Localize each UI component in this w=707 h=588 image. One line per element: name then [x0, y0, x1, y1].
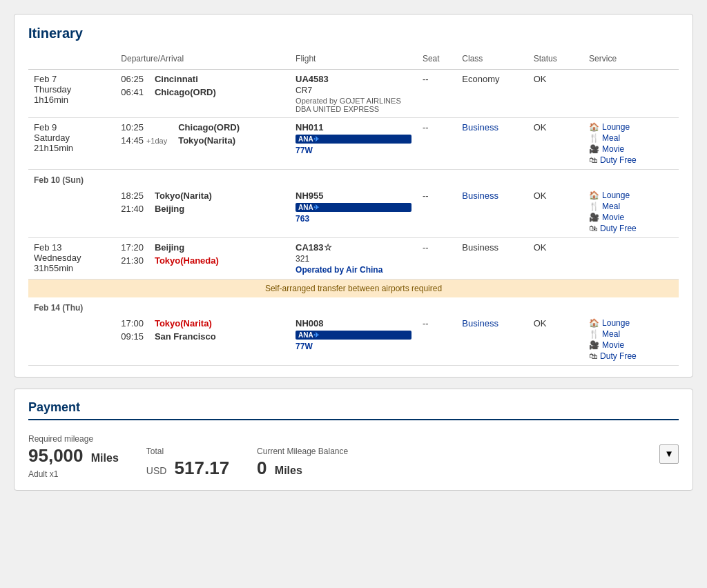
service-block: 🏠 Lounge 🍴 Meal 🎥 Movie 🛍 Duty Free: [589, 190, 673, 233]
service-link-movie[interactable]: Movie: [602, 340, 624, 350]
flight-aircraft: 321: [296, 254, 411, 264]
status-value: OK: [534, 122, 547, 133]
arr-time: 09:15: [121, 331, 144, 342]
payment-title: Payment: [28, 400, 679, 420]
depart-arrival-cell: 17:20 21:30 Beijing Tokyo(Haneda): [115, 238, 290, 280]
payment-dropdown-button[interactable]: ▼: [659, 444, 679, 464]
ana-logo: ANA✈: [296, 331, 411, 340]
dep-city: Cincinnati: [155, 74, 216, 84]
service-block: 🏠 Lounge 🍴 Meal 🎥 Movie 🛍 Duty Free: [589, 122, 673, 165]
balance-label: Current Mileage Balance: [257, 447, 348, 456]
total-label: Total: [146, 447, 229, 456]
table-row: Feb 9 Saturday 21h15min 10:25 14:45+1day…: [28, 118, 679, 170]
date-day: Thursday: [34, 84, 110, 95]
dep-time: 06:25: [121, 74, 144, 84]
service-icon-movie: 🎥: [589, 144, 599, 154]
adult-label: Adult x1: [28, 469, 119, 479]
flight-aircraft-link[interactable]: 77W: [296, 146, 411, 155]
service-cell: 🏠 Lounge 🍴 Meal 🎥 Movie 🛍 Duty Free: [583, 314, 679, 366]
arr-city: Beijing: [155, 204, 212, 214]
arr-time: 21:30: [121, 255, 144, 266]
service-icon-meal: 🍴: [589, 133, 599, 143]
payment-balance: Current Mileage Balance 0 Miles: [257, 447, 348, 479]
service-link-meal[interactable]: Meal: [602, 202, 620, 211]
service-link-meal[interactable]: Meal: [602, 329, 620, 339]
flight-aircraft-link[interactable]: 77W: [296, 342, 411, 351]
payment-mileage: Required mileage 95,000 Miles Adult x1: [28, 434, 119, 479]
class-value[interactable]: Business: [462, 122, 498, 133]
class-cell: Business: [456, 314, 527, 366]
service-item: 🍴 Meal: [589, 133, 673, 143]
ana-logo: ANA✈: [296, 135, 411, 144]
dep-time: 17:20: [121, 242, 144, 253]
city-block: Chicago(ORD) Tokyo(Narita): [178, 122, 240, 146]
service-link-lounge[interactable]: Lounge: [602, 318, 630, 328]
flight-cell: UA4583CR7Operated by GOJET AIRLINES DBA …: [290, 70, 417, 118]
service-icon-duty-free: 🛍: [589, 351, 597, 361]
class-value[interactable]: Business: [462, 318, 498, 329]
service-link-meal[interactable]: Meal: [602, 133, 620, 143]
date-duration: 1h16min: [34, 95, 110, 105]
seat-cell: --: [417, 118, 456, 170]
service-icon-meal: 🍴: [589, 202, 599, 211]
operated-by-link[interactable]: Operated by Air China: [296, 265, 411, 275]
service-link-duty-free[interactable]: Duty Free: [600, 224, 637, 233]
table-header: Departure/Arrival Flight Seat Class Stat…: [28, 51, 679, 70]
class-value[interactable]: Business: [462, 190, 498, 201]
col-header-flight: Flight: [290, 51, 417, 70]
service-block: 🏠 Lounge 🍴 Meal 🎥 Movie 🛍 Duty Free: [589, 318, 673, 361]
flight-block: NH955ANA✈763: [296, 190, 411, 224]
col-header-seat: Seat: [417, 51, 456, 70]
mileage-value: 95,000 Miles: [28, 445, 119, 467]
service-link-duty-free[interactable]: Duty Free: [600, 155, 637, 165]
time-block: 18:25 21:40: [121, 190, 144, 214]
date-cell: Feb 7 Thursday 1h16min: [28, 70, 115, 118]
status-cell: OK: [528, 238, 583, 280]
city-block: Tokyo(Narita) San Francisco: [155, 318, 216, 342]
date-label: Feb 13: [34, 242, 110, 253]
service-icon-movie: 🎥: [589, 340, 599, 350]
depart-arrival-cell: 18:25 21:40 Tokyo(Narita) Beijing: [115, 186, 290, 238]
flight-number: CA183☆: [296, 242, 411, 253]
service-cell: 🏠 Lounge 🍴 Meal 🎥 Movie 🛍 Duty Free: [583, 118, 679, 170]
transfer-row: Self-arranged transfer between airports …: [28, 280, 679, 298]
service-icon-meal: 🍴: [589, 329, 599, 339]
service-cell: [583, 70, 679, 118]
service-link-lounge[interactable]: Lounge: [602, 122, 630, 132]
service-link-lounge[interactable]: Lounge: [602, 190, 630, 200]
date-duration: 21h15min: [34, 143, 110, 153]
service-item: 🛍 Duty Free: [589, 224, 673, 233]
operated-by: Operated by GOJET AIRLINES DBA UNITED EX…: [296, 97, 411, 113]
status-cell: OK: [528, 70, 583, 118]
flight-aircraft-link[interactable]: 763: [296, 214, 411, 224]
col-header-date: [28, 51, 115, 70]
status-value: OK: [534, 74, 547, 84]
service-link-movie[interactable]: Movie: [602, 144, 624, 154]
dep-city: Chicago(ORD): [178, 122, 240, 133]
service-icon-lounge: 🏠: [589, 318, 599, 328]
class-cell: Business: [456, 238, 527, 280]
seat-cell: --: [417, 238, 456, 280]
arr-city: Tokyo(Narita): [178, 135, 240, 146]
time-block: 06:25 06:41: [121, 74, 144, 97]
date-label: Feb 9: [34, 122, 110, 133]
date-label: Feb 7: [34, 74, 110, 84]
service-link-movie[interactable]: Movie: [602, 213, 624, 222]
service-icon-lounge: 🏠: [589, 190, 599, 200]
col-header-service: Service: [583, 51, 679, 70]
sub-date-row: Feb 10 (Sun): [28, 170, 679, 187]
transfer-notice: Self-arranged transfer between airports …: [28, 280, 679, 297]
service-link-duty-free[interactable]: Duty Free: [600, 351, 637, 361]
balance-value: 0 Miles: [257, 458, 348, 479]
service-item: 🎥 Movie: [589, 213, 673, 222]
time-block: 17:20 21:30: [121, 242, 144, 266]
dep-city: Tokyo(Narita): [155, 318, 216, 329]
depart-arrival-cell: 17:00 09:15 Tokyo(Narita) San Francisco: [115, 314, 290, 366]
total-currency: USD: [146, 465, 167, 476]
itinerary-section: Itinerary Departure/Arrival Flight Seat …: [14, 14, 693, 378]
table-row: Feb 13 Wednesday 31h55min 17:20 21:30 Be…: [28, 238, 679, 280]
date-cell: [28, 314, 115, 366]
payment-row: Required mileage 95,000 Miles Adult x1 T…: [28, 434, 348, 479]
balance-number: 0: [257, 458, 267, 478]
status-value: OK: [534, 242, 547, 253]
